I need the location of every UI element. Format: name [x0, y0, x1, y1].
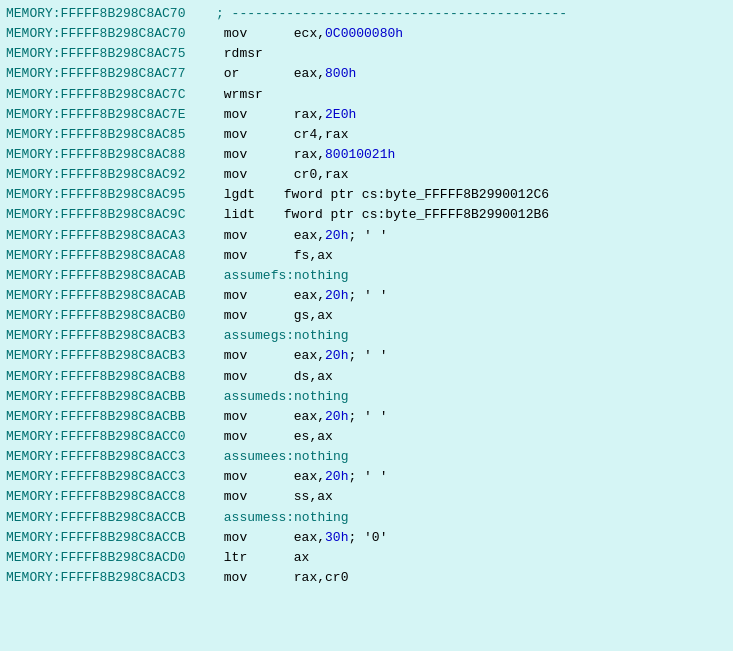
inline-comment: ; ' '	[348, 467, 387, 487]
operand1: ss,	[294, 487, 317, 507]
address: MEMORY:FFFFF8B298C8ACC3	[6, 467, 216, 487]
mnemonic: assume	[224, 326, 271, 346]
mnemonic: mov	[224, 246, 294, 266]
mnemonic: mov	[224, 165, 294, 185]
mnemonic: mov	[224, 286, 294, 306]
operand2: 20h	[325, 286, 348, 306]
code-line: MEMORY:FFFFF8B298C8ACCB assume ss:nothin…	[6, 508, 727, 528]
mnemonic: mov	[224, 105, 294, 125]
mnemonic: mov	[224, 427, 294, 447]
code-line: MEMORY:FFFFF8B298C8ACC8 mov ss,ax	[6, 487, 727, 507]
operand1: rax,	[294, 568, 325, 588]
operand2: 20h	[325, 407, 348, 427]
operand1: cr4,	[294, 125, 325, 145]
inline-comment: ; ' '	[348, 286, 387, 306]
code-line: MEMORY:FFFFF8B298C8AC75 rdmsr	[6, 44, 727, 64]
operand1: ecx,	[294, 24, 325, 44]
address: MEMORY:FFFFF8B298C8ACBB	[6, 387, 216, 407]
operand1: es,	[294, 427, 317, 447]
operand: ds:nothing	[271, 387, 349, 407]
operand2: ax	[317, 487, 333, 507]
code-line: MEMORY:FFFFF8B298C8AC77 or eax,800h	[6, 64, 727, 84]
operand: fs:nothing	[271, 266, 349, 286]
code-line: MEMORY:FFFFF8B298C8ACBB assume ds:nothin…	[6, 387, 727, 407]
operand1: eax,	[294, 528, 325, 548]
address: MEMORY:FFFFF8B298C8AC85	[6, 125, 216, 145]
address: MEMORY:FFFFF8B298C8ACC3	[6, 447, 216, 467]
address: MEMORY:FFFFF8B298C8AC77	[6, 64, 216, 84]
address: MEMORY:FFFFF8B298C8ACC0	[6, 427, 216, 447]
code-line: MEMORY:FFFFF8B298C8AC85 mov cr4,rax	[6, 125, 727, 145]
address: MEMORY:FFFFF8B298C8AC92	[6, 165, 216, 185]
mnemonic: assume	[224, 387, 271, 407]
operand1: eax,	[294, 467, 325, 487]
operand2: 0C0000080h	[325, 24, 403, 44]
operand: es:nothing	[271, 447, 349, 467]
mnemonic: ltr	[224, 548, 294, 568]
code-line: MEMORY:FFFFF8B298C8ACC3 mov eax,20h ; ' …	[6, 467, 727, 487]
code-line: MEMORY:FFFFF8B298C8ACA3 mov eax,20h ; ' …	[6, 226, 727, 246]
address: MEMORY:FFFFF8B298C8AC70	[6, 4, 216, 24]
code-line: MEMORY:FFFFF8B298C8ACCB mov eax,30h ; '0…	[6, 528, 727, 548]
operand: ss:nothing	[271, 508, 349, 528]
address: MEMORY:FFFFF8B298C8ACB0	[6, 306, 216, 326]
operand1: eax,	[294, 226, 325, 246]
mnemonic: lgdt	[224, 185, 284, 205]
mnemonic: mov	[224, 528, 294, 548]
mnemonic: mov	[224, 24, 294, 44]
operand2: ax	[317, 367, 333, 387]
code-line: MEMORY:FFFFF8B298C8AC70 ; --------------…	[6, 4, 727, 24]
operand1: eax,	[294, 346, 325, 366]
address: MEMORY:FFFFF8B298C8ACA3	[6, 226, 216, 246]
address: MEMORY:FFFFF8B298C8ACAB	[6, 286, 216, 306]
operand2: cr0	[325, 568, 348, 588]
operand2: 20h	[325, 346, 348, 366]
operand1: fs,	[294, 246, 317, 266]
code-line: MEMORY:FFFFF8B298C8ACC0 mov es,ax	[6, 427, 727, 447]
mnemonic: mov	[224, 125, 294, 145]
code-line: MEMORY:FFFFF8B298C8ACB3 assume gs:nothin…	[6, 326, 727, 346]
operand: fword ptr cs:byte_FFFFF8B2990012B6	[284, 205, 549, 225]
code-line: MEMORY:FFFFF8B298C8ACD0 ltr ax	[6, 548, 727, 568]
mnemonic: wrmsr	[224, 85, 294, 105]
code-line: MEMORY:FFFFF8B298C8AC7C wrmsr	[6, 85, 727, 105]
address: MEMORY:FFFFF8B298C8AC9C	[6, 205, 216, 225]
code-line: MEMORY:FFFFF8B298C8AC95 lgdt fword ptr c…	[6, 185, 727, 205]
operand2: rax	[325, 165, 348, 185]
inline-comment: ; ' '	[348, 226, 387, 246]
code-line: MEMORY:FFFFF8B298C8ACB0 mov gs,ax	[6, 306, 727, 326]
address: MEMORY:FFFFF8B298C8AC88	[6, 145, 216, 165]
mnemonic: mov	[224, 467, 294, 487]
address: MEMORY:FFFFF8B298C8AC7C	[6, 85, 216, 105]
mnemonic: mov	[224, 568, 294, 588]
comment-separator: ; --------------------------------------…	[216, 4, 567, 24]
mnemonic: mov	[224, 145, 294, 165]
code-line: MEMORY:FFFFF8B298C8ACA8 mov fs,ax	[6, 246, 727, 266]
address: MEMORY:FFFFF8B298C8ACCB	[6, 508, 216, 528]
mnemonic: mov	[224, 487, 294, 507]
operand2: ax	[317, 306, 333, 326]
mnemonic: mov	[224, 346, 294, 366]
mnemonic: mov	[224, 226, 294, 246]
code-line: MEMORY:FFFFF8B298C8ACD3 mov rax,cr0	[6, 568, 727, 588]
mnemonic: rdmsr	[224, 44, 294, 64]
operand1: cr0,	[294, 165, 325, 185]
mnemonic: assume	[224, 266, 271, 286]
address: MEMORY:FFFFF8B298C8ACAB	[6, 266, 216, 286]
operand2: 2E0h	[325, 105, 356, 125]
address: MEMORY:FFFFF8B298C8AC75	[6, 44, 216, 64]
operand1: ds,	[294, 367, 317, 387]
address: MEMORY:FFFFF8B298C8ACCB	[6, 528, 216, 548]
code-line: MEMORY:FFFFF8B298C8ACB8 mov ds,ax	[6, 367, 727, 387]
code-line: MEMORY:FFFFF8B298C8ACC3 assume es:nothin…	[6, 447, 727, 467]
address: MEMORY:FFFFF8B298C8ACBB	[6, 407, 216, 427]
operand2: 20h	[325, 226, 348, 246]
disassembly-view: MEMORY:FFFFF8B298C8AC70 ; --------------…	[0, 0, 733, 651]
mnemonic: assume	[224, 508, 271, 528]
mnemonic: assume	[224, 447, 271, 467]
address: MEMORY:FFFFF8B298C8ACC8	[6, 487, 216, 507]
operand2: 30h	[325, 528, 348, 548]
operand2: rax	[325, 125, 348, 145]
operand: ax	[294, 548, 310, 568]
address: MEMORY:FFFFF8B298C8ACD3	[6, 568, 216, 588]
